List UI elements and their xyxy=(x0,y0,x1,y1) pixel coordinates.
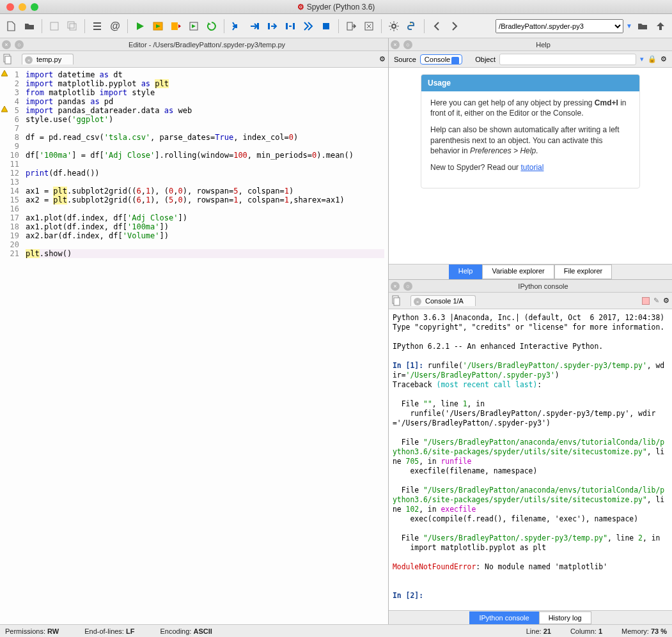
at-icon[interactable]: @ xyxy=(107,19,123,34)
close-tab-icon[interactable]: × xyxy=(25,56,33,64)
usage-heading: Usage xyxy=(421,75,639,91)
object-input[interactable] xyxy=(499,54,636,65)
console-list-icon[interactable] xyxy=(391,295,402,307)
step-into-icon[interactable] xyxy=(265,19,280,34)
editor-options-icon[interactable]: ⚙ xyxy=(379,55,386,63)
editor-tabrow: ×temp.py ⚙ xyxy=(0,51,388,68)
svg-point-14 xyxy=(392,24,396,28)
close-help-icon[interactable]: × xyxy=(391,40,400,49)
close-console-icon[interactable]: × xyxy=(391,282,400,291)
tab-ipython-console[interactable]: IPython console xyxy=(469,611,538,624)
preferences-icon[interactable] xyxy=(386,19,402,34)
run-cell-icon[interactable] xyxy=(150,19,166,34)
help-tabs: Help Variable explorer File explorer xyxy=(389,264,672,279)
window-titlebar: ⚙Spyder (Python 3.6) xyxy=(0,0,672,14)
tab-label: temp.py xyxy=(36,56,61,63)
run-cell-advance-icon[interactable] xyxy=(168,19,184,34)
source-select[interactable]: Console xyxy=(420,54,462,65)
object-label: Object xyxy=(475,56,496,63)
run-icon[interactable] xyxy=(132,19,148,34)
window-title: ⚙Spyder (Python 3.6) xyxy=(0,3,672,12)
svg-point-15 xyxy=(410,23,411,24)
help-paragraph: Here you can get help of any object by p… xyxy=(421,98,639,125)
working-dir-select[interactable]: /BradleyPatton/.spyder-py3 xyxy=(496,19,623,33)
console-bottom-tabs: IPython console History log xyxy=(389,610,672,624)
status-bar: Permissions: RW End-of-lines: LF Encodin… xyxy=(0,624,672,637)
svg-rect-17 xyxy=(5,56,11,64)
new-file-icon[interactable] xyxy=(4,19,19,34)
svg-rect-6 xyxy=(235,24,237,28)
source-label: Source xyxy=(394,56,416,63)
svg-rect-8 xyxy=(268,23,270,29)
stop-kernel-icon[interactable] xyxy=(642,297,650,305)
help-options-icon[interactable]: ⚙ xyxy=(660,55,667,63)
svg-rect-12 xyxy=(347,22,352,30)
svg-rect-11 xyxy=(323,23,329,29)
help-paragraph: New to Spyder? Read our tutorial xyxy=(421,162,639,179)
debug-icon[interactable] xyxy=(229,19,244,34)
maximize-pane-icon[interactable] xyxy=(361,19,377,34)
console-options-icon[interactable]: ⚙ xyxy=(663,296,669,305)
close-console-tab-icon[interactable]: × xyxy=(414,298,421,305)
status-encoding: Encoding: ASCII xyxy=(160,627,212,635)
help-body: Usage Here you can get help of any objec… xyxy=(389,68,672,264)
python-path-icon[interactable] xyxy=(404,19,419,34)
svg-rect-19 xyxy=(394,298,400,305)
back-icon[interactable] xyxy=(429,19,444,34)
undock-console-icon[interactable]: ○ xyxy=(403,282,412,291)
save-all-icon[interactable] xyxy=(65,19,80,34)
console-pane-title: IPython console xyxy=(414,282,672,290)
svg-rect-10 xyxy=(293,23,295,29)
main-toolbar: @ /BradleyPatton/.spyder-py3 ▼ xyxy=(0,14,672,38)
list-icon[interactable] xyxy=(90,19,105,34)
step-out-icon[interactable] xyxy=(283,19,298,34)
status-eol: End-of-lines: LF xyxy=(84,627,134,635)
status-permissions: Permissions: RW xyxy=(5,627,59,635)
status-column: Column: 1 xyxy=(570,627,602,635)
console-tab[interactable]: ×Console 1/A xyxy=(410,295,476,306)
ipython-console[interactable]: Python 3.6.3 |Anaconda, Inc.| (default, … xyxy=(389,309,672,610)
open-file-icon[interactable] xyxy=(22,19,37,34)
file-browse-icon[interactable] xyxy=(3,54,13,65)
rerun-icon[interactable] xyxy=(204,19,219,34)
undock-pane-icon[interactable]: ○ xyxy=(15,40,24,49)
editor-pane-title: Editor - /Users/BradleyPatton/.spyder-py… xyxy=(26,41,388,49)
editor-tab[interactable]: ×temp.py xyxy=(22,54,74,65)
help-pane-header: × ○ Help xyxy=(389,38,672,51)
stop-debug-icon[interactable] xyxy=(318,19,334,34)
run-selection-icon[interactable] xyxy=(186,19,201,34)
step-icon[interactable] xyxy=(247,19,262,34)
help-paragraph: Help can also be shown automatically aft… xyxy=(421,125,639,162)
forward-icon[interactable] xyxy=(447,19,462,34)
close-pane-icon[interactable]: × xyxy=(2,40,11,49)
tutorial-link[interactable]: tutorial xyxy=(520,163,543,172)
help-pane-title: Help xyxy=(414,41,672,49)
save-icon[interactable] xyxy=(47,19,62,34)
tab-variable-explorer[interactable]: Variable explorer xyxy=(482,265,554,279)
console-tab-label: Console 1/A xyxy=(425,297,464,305)
svg-rect-9 xyxy=(286,23,288,29)
exit-debug-icon[interactable] xyxy=(343,19,359,34)
browse-dir-icon[interactable] xyxy=(635,19,650,34)
svg-rect-2 xyxy=(70,24,76,30)
svg-rect-4 xyxy=(171,22,178,30)
interrupt-icon[interactable]: ✎ xyxy=(653,296,659,305)
svg-rect-1 xyxy=(68,22,74,28)
svg-rect-7 xyxy=(257,23,259,29)
status-line: Line: 21 xyxy=(526,627,551,635)
tab-help[interactable]: Help xyxy=(449,265,483,279)
tab-history-log[interactable]: History log xyxy=(539,611,591,624)
parent-dir-icon[interactable] xyxy=(653,19,668,34)
svg-rect-0 xyxy=(51,22,58,30)
undock-help-icon[interactable]: ○ xyxy=(403,40,412,49)
tab-file-explorer[interactable]: File explorer xyxy=(554,265,613,279)
status-memory: Memory: 73 % xyxy=(621,627,667,635)
code-editor[interactable]: 123456789101112131415161718192021 import… xyxy=(0,68,388,624)
console-pane-header: × ○ IPython console xyxy=(389,280,672,293)
editor-pane-header: × ○ Editor - /Users/BradleyPatton/.spyde… xyxy=(0,38,388,51)
help-toolbar: Source Console Object ▾ 🔒 ⚙ xyxy=(389,51,672,68)
continue-icon[interactable] xyxy=(301,19,316,34)
lock-icon[interactable]: 🔒 xyxy=(648,55,657,63)
console-tabrow: ×Console 1/A ✎ ⚙ xyxy=(389,293,672,309)
